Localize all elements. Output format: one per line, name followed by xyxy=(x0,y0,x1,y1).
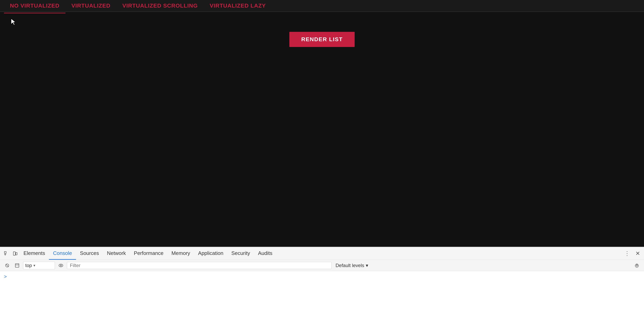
default-levels-chevron-icon: ▾ xyxy=(366,263,368,268)
app-nav: NO VIRTUALIZED VIRTUALIZED VIRTUALIZED S… xyxy=(0,0,644,12)
inspect-element-icon[interactable] xyxy=(2,249,11,258)
svg-rect-4 xyxy=(16,252,17,255)
svg-rect-3 xyxy=(13,252,15,255)
devtools-end-icons: ⋮ ✕ xyxy=(622,249,642,258)
render-list-button[interactable]: RENDER LIST xyxy=(289,32,355,47)
default-levels-button[interactable]: Default levels ▾ xyxy=(334,262,370,269)
tab-network[interactable]: Network xyxy=(103,247,130,260)
context-selector-chevron-icon: ▾ xyxy=(34,263,35,268)
toggle-device-toolbar-icon[interactable] xyxy=(11,249,20,258)
filter-input[interactable] xyxy=(67,262,332,269)
clear-console-button[interactable] xyxy=(3,262,11,270)
devtools-panel: Elements Console Sources Network Perform… xyxy=(0,247,644,320)
devtools-console-toolbar: top ▾ Default levels ▾ xyxy=(0,260,644,271)
close-devtools-button[interactable]: ✕ xyxy=(634,249,642,258)
svg-point-9 xyxy=(59,264,63,267)
tab-application[interactable]: Application xyxy=(194,247,227,260)
eye-icon-button[interactable] xyxy=(57,262,65,270)
tab-elements[interactable]: Elements xyxy=(20,247,49,260)
svg-line-6 xyxy=(6,264,8,267)
settings-gear-icon[interactable] xyxy=(633,262,641,270)
more-options-button[interactable]: ⋮ xyxy=(622,249,632,258)
svg-point-11 xyxy=(636,265,638,266)
tab-virtualized-lazy[interactable]: VIRTUALIZED LAZY xyxy=(204,0,272,11)
tab-virtualized[interactable]: VIRTUALIZED xyxy=(66,0,116,11)
console-output: > xyxy=(0,271,644,320)
toggle-sidebar-button[interactable] xyxy=(13,262,21,270)
app-area: NO VIRTUALIZED VIRTUALIZED VIRTUALIZED S… xyxy=(0,0,644,247)
tab-console[interactable]: Console xyxy=(49,247,76,260)
svg-rect-7 xyxy=(15,264,19,267)
default-levels-label: Default levels xyxy=(336,263,364,268)
tab-audits[interactable]: Audits xyxy=(254,247,276,260)
tab-security[interactable]: Security xyxy=(228,247,254,260)
tab-virtualized-scrolling[interactable]: VIRTUALIZED SCROLLING xyxy=(116,0,204,11)
tab-performance[interactable]: Performance xyxy=(130,247,168,260)
app-content: RENDER LIST xyxy=(0,12,644,247)
svg-point-10 xyxy=(60,265,62,266)
devtools-tabs-row: Elements Console Sources Network Perform… xyxy=(0,247,644,260)
console-caret[interactable]: > xyxy=(4,273,640,280)
context-selector[interactable]: top ▾ xyxy=(23,262,55,269)
tab-sources[interactable]: Sources xyxy=(76,247,103,260)
context-label: top xyxy=(25,263,32,268)
tab-no-virtualized[interactable]: NO VIRTUALIZED xyxy=(4,0,66,11)
tab-memory[interactable]: Memory xyxy=(167,247,194,260)
svg-rect-0 xyxy=(4,252,6,253)
